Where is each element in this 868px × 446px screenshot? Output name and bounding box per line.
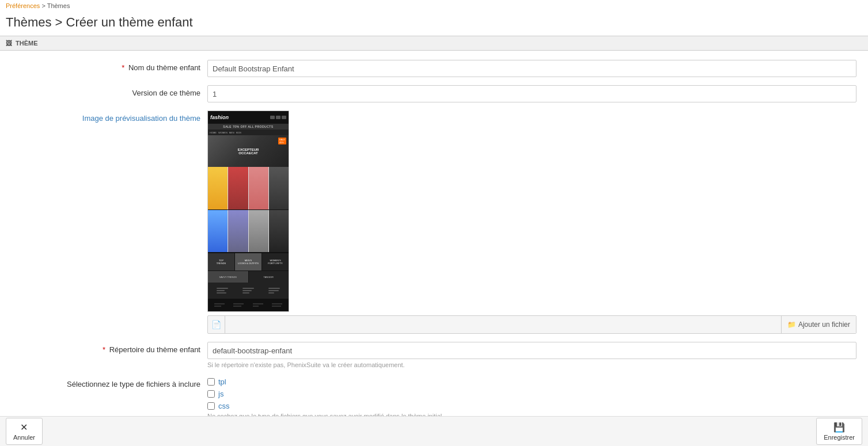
file-types-row: Sélectionnez le type de fichiers à inclu… [12,376,856,420]
preview-logo: fashion [210,115,229,120]
required-star: * [122,63,124,72]
page-title: Thèmes > Créer un thème enfant [0,12,868,36]
breadcrumb: Préférences > Thèmes [0,0,868,12]
checkbox-tpl[interactable] [207,378,215,386]
file-icon: 📄 [208,316,225,333]
theme-preview-image[interactable]: fashion SALE 70% OFF ALL PRODUCTS HOME W… [207,110,289,312]
preview-image-row: Image de prévisualisation du thème fashi… [12,110,856,334]
breadcrumb-separator: > [41,2,47,9]
directory-hint: Si le répertoire n'existe pas, PhenixSui… [207,361,856,368]
save-icon: 💾 [833,422,845,433]
directory-field: Si le répertoire n'existe pas, PhenixSui… [207,342,856,368]
cancel-icon: ✕ [20,422,28,433]
cancel-label: Annuler [13,434,35,441]
checkbox-js-item: js [207,390,856,398]
preview-image-link[interactable]: Image de prévisualisation du thème [82,114,200,123]
version-field [207,85,856,102]
checkbox-js[interactable] [207,390,215,398]
save-label: Enregistrer [824,434,855,441]
add-file-button[interactable]: 📁 Ajouter un fichier [781,316,856,333]
child-theme-name-row: * Nom du thème enfant [12,60,856,77]
file-upload-row: 📄 📁 Ajouter un fichier [207,315,856,334]
version-input[interactable] [207,85,856,102]
section-header: 🖼 THÈME [0,36,868,51]
preview-image-label: Image de prévisualisation du thème [12,110,207,123]
checkbox-tpl-item: tpl [207,378,856,386]
preview-sale-banner: SALE 70% OFF ALL PRODUCTS [208,124,289,129]
directory-row: * Répertoire du thème enfant Si le réper… [12,342,856,368]
checkbox-css[interactable] [207,402,215,410]
checkbox-css-item: css [207,402,856,410]
child-theme-name-label: * Nom du thème enfant [12,60,207,72]
checkbox-css-label[interactable]: css [218,402,230,410]
bottom-toolbar: ✕ Annuler 💾 Enregistrer [0,416,868,446]
checkbox-js-label[interactable]: js [218,390,223,398]
folder-icon: 📁 [787,321,796,329]
child-theme-name-input[interactable] [207,60,856,77]
version-row: Version de ce thème [12,85,856,102]
file-input[interactable] [225,318,781,331]
form-container: * Nom du thème enfant Version de ce thèm… [0,51,868,437]
directory-input[interactable] [207,342,856,359]
file-types-label: Sélectionnez le type de fichiers à inclu… [12,376,207,388]
breadcrumb-parent[interactable]: Préférences [6,2,40,9]
file-types-field: tpl js css Ne cochez que le type de fich… [207,376,856,420]
checkbox-group: tpl js css [207,378,856,410]
checkbox-tpl-label[interactable]: tpl [218,378,226,386]
preview-image-field: fashion SALE 70% OFF ALL PRODUCTS HOME W… [207,110,856,334]
breadcrumb-current: Thèmes [47,2,70,9]
version-label: Version de ce thème [12,85,207,97]
cancel-button[interactable]: ✕ Annuler [6,418,43,445]
theme-icon: 🖼 [6,40,12,47]
section-label: THÈME [16,40,38,47]
save-button[interactable]: 💾 Enregistrer [816,418,862,445]
add-file-label: Ajouter un fichier [798,321,850,329]
child-theme-name-field [207,60,856,77]
directory-label: * Répertoire du thème enfant [12,342,207,354]
